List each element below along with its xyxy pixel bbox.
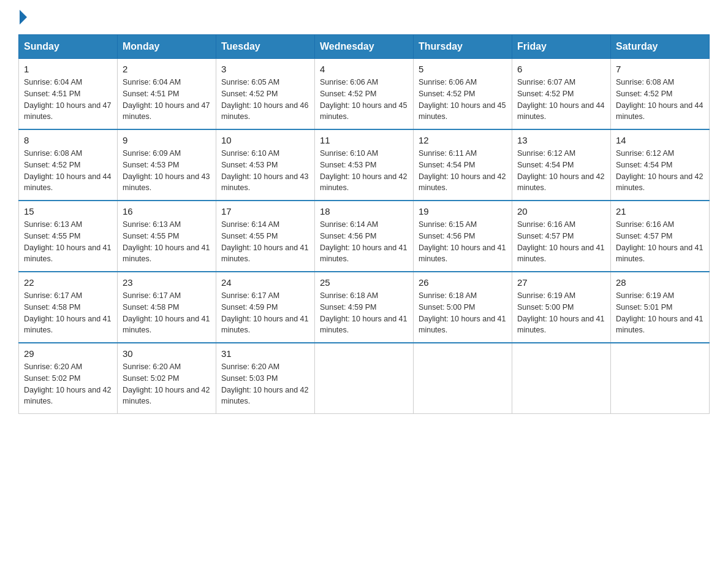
calendar-cell: 21Sunrise: 6:16 AMSunset: 4:57 PMDayligh… [611, 201, 710, 272]
calendar-cell: 7Sunrise: 6:08 AMSunset: 4:52 PMDaylight… [611, 59, 710, 130]
day-number: 7 [616, 64, 704, 74]
calendar-cell [315, 343, 414, 414]
day-info: Sunrise: 6:09 AMSunset: 4:53 PMDaylight:… [123, 148, 211, 194]
day-info: Sunrise: 6:15 AMSunset: 4:56 PMDaylight:… [419, 219, 507, 265]
day-info: Sunrise: 6:10 AMSunset: 4:53 PMDaylight:… [320, 148, 408, 194]
day-info: Sunrise: 6:20 AMSunset: 5:03 PMDaylight:… [221, 361, 309, 407]
calendar-week-row: 29Sunrise: 6:20 AMSunset: 5:02 PMDayligh… [19, 343, 710, 414]
calendar-header-monday: Monday [118, 35, 216, 59]
day-number: 10 [221, 135, 309, 145]
calendar-header-wednesday: Wednesday [315, 35, 414, 59]
calendar-cell: 25Sunrise: 6:18 AMSunset: 4:59 PMDayligh… [315, 272, 414, 343]
calendar-cell: 27Sunrise: 6:19 AMSunset: 5:00 PMDayligh… [512, 272, 611, 343]
day-number: 1 [24, 64, 112, 74]
calendar-cell: 12Sunrise: 6:11 AMSunset: 4:54 PMDayligh… [414, 129, 512, 201]
day-info: Sunrise: 6:08 AMSunset: 4:52 PMDaylight:… [616, 77, 704, 123]
day-number: 27 [517, 277, 605, 288]
day-info: Sunrise: 6:19 AMSunset: 5:00 PMDaylight:… [517, 290, 605, 336]
page-header [18, 12, 710, 22]
day-number: 2 [123, 64, 211, 74]
calendar-cell: 17Sunrise: 6:14 AMSunset: 4:55 PMDayligh… [216, 201, 315, 272]
day-info: Sunrise: 6:17 AMSunset: 4:59 PMDaylight:… [221, 290, 309, 336]
day-info: Sunrise: 6:14 AMSunset: 4:56 PMDaylight:… [320, 219, 408, 265]
day-info: Sunrise: 6:07 AMSunset: 4:52 PMDaylight:… [517, 77, 605, 123]
day-info: Sunrise: 6:13 AMSunset: 4:55 PMDaylight:… [24, 219, 112, 265]
calendar-header-sunday: Sunday [19, 35, 118, 59]
day-number: 11 [320, 135, 408, 145]
calendar-cell: 29Sunrise: 6:20 AMSunset: 5:02 PMDayligh… [19, 343, 118, 414]
day-number: 20 [517, 206, 605, 216]
calendar-cell: 5Sunrise: 6:06 AMSunset: 4:52 PMDaylight… [414, 59, 512, 130]
day-number: 28 [616, 277, 704, 288]
day-number: 16 [123, 206, 211, 216]
calendar-cell: 23Sunrise: 6:17 AMSunset: 4:58 PMDayligh… [118, 272, 216, 343]
day-number: 25 [320, 277, 408, 288]
calendar-cell: 20Sunrise: 6:16 AMSunset: 4:57 PMDayligh… [512, 201, 611, 272]
day-number: 9 [123, 135, 211, 145]
calendar-cell: 2Sunrise: 6:04 AMSunset: 4:51 PMDaylight… [118, 59, 216, 130]
calendar-cell: 13Sunrise: 6:12 AMSunset: 4:54 PMDayligh… [512, 129, 611, 201]
calendar-week-row: 15Sunrise: 6:13 AMSunset: 4:55 PMDayligh… [19, 201, 710, 272]
calendar-cell: 31Sunrise: 6:20 AMSunset: 5:03 PMDayligh… [216, 343, 315, 414]
calendar-header-row: SundayMondayTuesdayWednesdayThursdayFrid… [19, 35, 710, 59]
day-number: 19 [419, 206, 507, 216]
day-number: 5 [419, 64, 507, 74]
day-number: 3 [221, 64, 309, 74]
day-info: Sunrise: 6:20 AMSunset: 5:02 PMDaylight:… [24, 361, 112, 407]
day-number: 17 [221, 206, 309, 216]
calendar-cell: 8Sunrise: 6:08 AMSunset: 4:52 PMDaylight… [19, 129, 118, 201]
calendar-cell: 24Sunrise: 6:17 AMSunset: 4:59 PMDayligh… [216, 272, 315, 343]
calendar-cell: 3Sunrise: 6:05 AMSunset: 4:52 PMDaylight… [216, 59, 315, 130]
calendar-week-row: 8Sunrise: 6:08 AMSunset: 4:52 PMDaylight… [19, 129, 710, 201]
day-info: Sunrise: 6:20 AMSunset: 5:02 PMDaylight:… [123, 361, 211, 407]
day-info: Sunrise: 6:16 AMSunset: 4:57 PMDaylight:… [616, 219, 704, 265]
calendar-week-row: 1Sunrise: 6:04 AMSunset: 4:51 PMDaylight… [19, 59, 710, 130]
day-number: 4 [320, 64, 408, 74]
calendar-cell: 30Sunrise: 6:20 AMSunset: 5:02 PMDayligh… [118, 343, 216, 414]
calendar-table: SundayMondayTuesdayWednesdayThursdayFrid… [18, 34, 710, 414]
calendar-cell: 1Sunrise: 6:04 AMSunset: 4:51 PMDaylight… [19, 59, 118, 130]
day-number: 29 [24, 348, 112, 359]
day-number: 15 [24, 206, 112, 216]
calendar-header-tuesday: Tuesday [216, 35, 315, 59]
calendar-cell: 18Sunrise: 6:14 AMSunset: 4:56 PMDayligh… [315, 201, 414, 272]
day-number: 6 [517, 64, 605, 74]
day-number: 30 [123, 348, 211, 359]
day-info: Sunrise: 6:17 AMSunset: 4:58 PMDaylight:… [123, 290, 211, 336]
calendar-cell: 11Sunrise: 6:10 AMSunset: 4:53 PMDayligh… [315, 129, 414, 201]
day-info: Sunrise: 6:17 AMSunset: 4:58 PMDaylight:… [24, 290, 112, 336]
day-number: 24 [221, 277, 309, 288]
calendar-week-row: 22Sunrise: 6:17 AMSunset: 4:58 PMDayligh… [19, 272, 710, 343]
day-info: Sunrise: 6:10 AMSunset: 4:53 PMDaylight:… [221, 148, 309, 194]
calendar-cell: 4Sunrise: 6:06 AMSunset: 4:52 PMDaylight… [315, 59, 414, 130]
day-number: 8 [24, 135, 112, 145]
calendar-cell [512, 343, 611, 414]
day-info: Sunrise: 6:06 AMSunset: 4:52 PMDaylight:… [419, 77, 507, 123]
calendar-cell: 26Sunrise: 6:18 AMSunset: 5:00 PMDayligh… [414, 272, 512, 343]
day-info: Sunrise: 6:14 AMSunset: 4:55 PMDaylight:… [221, 219, 309, 265]
calendar-cell: 15Sunrise: 6:13 AMSunset: 4:55 PMDayligh… [19, 201, 118, 272]
logo [18, 12, 27, 22]
day-number: 31 [221, 348, 309, 359]
calendar-cell: 14Sunrise: 6:12 AMSunset: 4:54 PMDayligh… [611, 129, 710, 201]
day-info: Sunrise: 6:08 AMSunset: 4:52 PMDaylight:… [24, 148, 112, 194]
day-number: 12 [419, 135, 507, 145]
day-number: 18 [320, 206, 408, 216]
calendar-cell [611, 343, 710, 414]
day-info: Sunrise: 6:13 AMSunset: 4:55 PMDaylight:… [123, 219, 211, 265]
day-info: Sunrise: 6:04 AMSunset: 4:51 PMDaylight:… [123, 77, 211, 123]
calendar-cell: 16Sunrise: 6:13 AMSunset: 4:55 PMDayligh… [118, 201, 216, 272]
day-info: Sunrise: 6:06 AMSunset: 4:52 PMDaylight:… [320, 77, 408, 123]
day-info: Sunrise: 6:16 AMSunset: 4:57 PMDaylight:… [517, 219, 605, 265]
day-info: Sunrise: 6:12 AMSunset: 4:54 PMDaylight:… [517, 148, 605, 194]
day-info: Sunrise: 6:12 AMSunset: 4:54 PMDaylight:… [616, 148, 704, 194]
day-info: Sunrise: 6:18 AMSunset: 5:00 PMDaylight:… [419, 290, 507, 336]
calendar-header-thursday: Thursday [414, 35, 512, 59]
day-number: 23 [123, 277, 211, 288]
day-info: Sunrise: 6:18 AMSunset: 4:59 PMDaylight:… [320, 290, 408, 336]
day-number: 13 [517, 135, 605, 145]
day-info: Sunrise: 6:05 AMSunset: 4:52 PMDaylight:… [221, 77, 309, 123]
day-info: Sunrise: 6:11 AMSunset: 4:54 PMDaylight:… [419, 148, 507, 194]
day-number: 14 [616, 135, 704, 145]
day-number: 21 [616, 206, 704, 216]
